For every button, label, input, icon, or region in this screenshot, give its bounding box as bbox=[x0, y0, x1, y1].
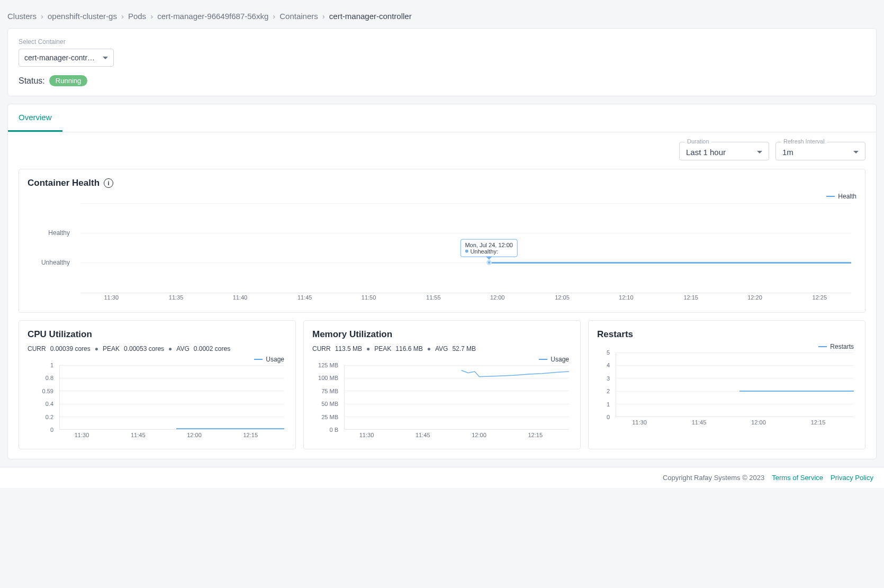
ytick: 25 MB bbox=[321, 414, 338, 420]
footer-tos-link[interactable]: Terms of Service bbox=[772, 474, 823, 482]
memory-panel: Memory Utilization CURR 113.5 MB ● PEAK … bbox=[303, 320, 581, 449]
grid-line bbox=[616, 352, 854, 353]
select-container-value: cert-manager-contr… bbox=[24, 53, 95, 62]
ytick: 0.2 bbox=[46, 414, 53, 420]
cpu-title: CPU Utilization bbox=[28, 329, 92, 340]
overview-card: Overview Duration Last 1 hour Refresh In… bbox=[7, 104, 877, 459]
cpu-peak: 0.00053 cores bbox=[124, 345, 164, 352]
select-container-dropdown[interactable]: cert-manager-contr… bbox=[19, 49, 114, 67]
breadcrumb-clusters[interactable]: Clusters bbox=[7, 12, 37, 21]
chevron-down-icon bbox=[853, 151, 859, 153]
health-xaxis: 11:30 11:35 11:40 11:45 11:50 11:55 12:0… bbox=[80, 294, 851, 304]
ytick: 1 bbox=[50, 362, 53, 368]
cpu-legend: Usage bbox=[254, 356, 284, 363]
xtick: 12:15 bbox=[528, 432, 543, 438]
restarts-xaxis: 11:30 11:45 12:00 12:15 bbox=[616, 419, 854, 428]
xtick: 12:15 bbox=[243, 432, 258, 438]
grid-line bbox=[616, 404, 854, 404]
health-legend: Health bbox=[28, 193, 856, 200]
grid-line bbox=[60, 404, 284, 404]
xtick: 12:00 bbox=[472, 432, 486, 438]
cpu-curr-label: CURR bbox=[28, 345, 46, 352]
cpu-legend-label: Usage bbox=[266, 356, 284, 363]
xtick: 11:50 bbox=[362, 294, 376, 301]
info-icon[interactable]: i bbox=[104, 178, 113, 188]
xtick: 11:30 bbox=[75, 432, 89, 438]
breadcrumb-sep: › bbox=[121, 12, 124, 21]
xtick: 12:15 bbox=[811, 419, 826, 426]
grid-line bbox=[60, 378, 284, 378]
bullet-icon: ● bbox=[168, 345, 172, 352]
health-plot[interactable]: Mon, Jul 24, 12:00 Unhealthy: bbox=[80, 203, 851, 293]
xtick: 11:45 bbox=[416, 432, 430, 438]
cpu-plot[interactable] bbox=[59, 365, 284, 430]
breadcrumb-sep: › bbox=[150, 12, 153, 21]
ytick: 0 bbox=[50, 427, 53, 433]
restarts-plot[interactable] bbox=[616, 352, 854, 417]
xtick: 12:10 bbox=[619, 294, 634, 301]
duration-value: Last 1 hour bbox=[686, 148, 726, 157]
legend-swatch bbox=[254, 359, 263, 360]
cpu-panel: CPU Utilization CURR 0.00039 cores ● PEA… bbox=[19, 320, 296, 449]
memory-data-line bbox=[345, 365, 569, 429]
xtick: 12:00 bbox=[490, 294, 505, 301]
select-container-label: Select Container bbox=[19, 38, 865, 46]
chevron-down-icon bbox=[103, 57, 108, 59]
bullet-icon: ● bbox=[366, 345, 370, 352]
footer-copyright: Copyright Rafay Systems © 2023 bbox=[663, 474, 764, 482]
ytick: 50 MB bbox=[321, 401, 338, 407]
breadcrumb-containers[interactable]: Containers bbox=[279, 12, 318, 21]
ytick: 0.8 bbox=[46, 375, 53, 381]
breadcrumb: Clusters › openshift-cluster-gs › Pods ›… bbox=[7, 7, 877, 28]
cpu-avg: 0.0002 cores bbox=[194, 345, 230, 352]
health-y-unhealthy: Unhealthy bbox=[41, 259, 70, 266]
xtick: 12:00 bbox=[187, 432, 202, 438]
tab-overview[interactable]: Overview bbox=[8, 104, 62, 132]
xtick: 11:45 bbox=[297, 294, 312, 301]
container-health-title: Container Health bbox=[28, 178, 100, 188]
breadcrumb-pods[interactable]: Pods bbox=[128, 12, 146, 21]
cpu-chart: Usage 1 0.8 0.59 0.4 0.2 0 bbox=[28, 356, 287, 440]
tooltip-time: Mon, Jul 24, 12:00 bbox=[465, 241, 513, 248]
ytick: 3 bbox=[607, 375, 610, 382]
xtick: 11:30 bbox=[104, 294, 119, 301]
xtick: 12:05 bbox=[555, 294, 570, 301]
xtick: 11:30 bbox=[359, 432, 374, 438]
restarts-legend-label: Restarts bbox=[830, 343, 854, 350]
mem-peak-label: PEAK bbox=[374, 345, 391, 352]
footer-privacy-link[interactable]: Privacy Policy bbox=[831, 474, 873, 482]
cpu-xaxis: 11:30 11:45 12:00 12:15 bbox=[59, 432, 284, 440]
breadcrumb-pod[interactable]: cert-manager-96649f687-56xkg bbox=[157, 12, 268, 21]
health-legend-label: Health bbox=[838, 193, 856, 200]
memory-plot[interactable] bbox=[344, 365, 569, 430]
grid-line bbox=[80, 203, 851, 204]
refresh-select[interactable]: Refresh Interval 1m bbox=[775, 142, 865, 160]
status-label: Status: bbox=[19, 76, 45, 86]
tooltip-dot-icon bbox=[465, 249, 468, 252]
status-badge: Running bbox=[49, 75, 87, 86]
restarts-panel: Restarts Restarts 5 4 3 2 1 0 bbox=[588, 320, 865, 449]
health-data-point[interactable] bbox=[486, 260, 492, 265]
restarts-legend: Restarts bbox=[818, 343, 854, 350]
breadcrumb-cluster[interactable]: openshift-cluster-gs bbox=[48, 12, 117, 21]
memory-xaxis: 11:30 11:45 12:00 12:15 bbox=[344, 432, 569, 440]
xtick: 12:00 bbox=[751, 419, 766, 426]
cpu-curr: 0.00039 cores bbox=[50, 345, 91, 352]
breadcrumb-sep: › bbox=[273, 12, 275, 21]
health-y-healthy: Healthy bbox=[48, 229, 70, 237]
legend-swatch bbox=[818, 346, 827, 347]
ytick: 5 bbox=[607, 349, 610, 356]
ytick: 0.59 bbox=[42, 388, 53, 394]
ytick: 125 MB bbox=[318, 362, 338, 368]
mem-peak: 116.6 MB bbox=[395, 345, 422, 352]
duration-select[interactable]: Duration Last 1 hour bbox=[679, 142, 769, 160]
xtick: 11:55 bbox=[426, 294, 441, 301]
xtick: 12:15 bbox=[683, 294, 698, 301]
footer: Copyright Rafay Systems © 2023 Terms of … bbox=[0, 467, 884, 488]
memory-stats: CURR 113.5 MB ● PEAK 116.6 MB ● AVG 52.7… bbox=[312, 345, 572, 352]
bullet-icon: ● bbox=[95, 345, 98, 352]
container-header-card: Select Container cert-manager-contr… Sta… bbox=[7, 28, 877, 96]
breadcrumb-sep: › bbox=[322, 12, 325, 21]
cpu-peak-label: PEAK bbox=[103, 345, 120, 352]
grid-line bbox=[80, 233, 851, 233]
